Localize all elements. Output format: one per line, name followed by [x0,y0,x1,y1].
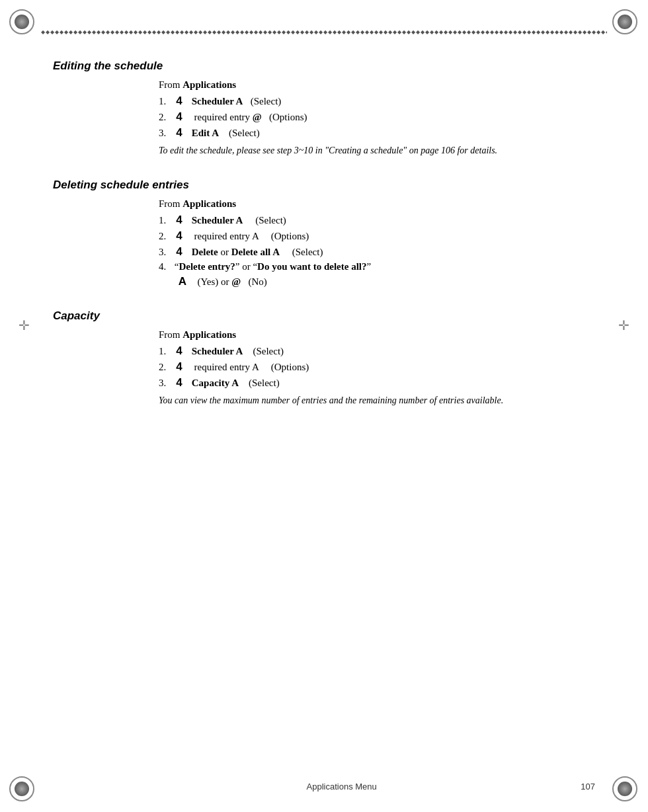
key-icon-deleting-1: 4 [172,214,186,227]
corner-ornament-bl [9,776,36,803]
step-num-deleting-3: 3. [159,247,172,258]
step-text-deleting-3: Delete or Delete all A (Select) [189,247,323,258]
step-text-deleting-2: required entry A (Options) [189,231,309,242]
step-list-editing: 1. 4 Scheduler A (Select) 2. 4 required … [159,95,595,140]
step-editing-1: 1. 4 Scheduler A (Select) [159,95,595,108]
step-num-capacity-1: 1. [159,346,172,357]
step-list-capacity: 1. 4 Scheduler A (Select) 2. 4 required … [159,345,595,389]
step-deleting-2: 2. 4 required entry A (Options) [159,229,595,243]
step-num-editing-2: 2. [159,112,172,123]
corner-ornament-tl [9,9,36,36]
from-line-capacity: From Applications [159,329,595,341]
step-capacity-3: 3. 4 Capacity A (Select) [159,376,595,389]
from-label-deleting: From [159,198,182,209]
step-num-capacity-2: 2. [159,362,172,373]
key-icon-capacity-3: 4 [172,376,186,389]
step-text-capacity-2: required entry A (Options) [189,362,309,373]
key-icon-capacity-1: 4 [172,345,186,358]
step-num-deleting-4: 4. [159,261,172,272]
step-text-deleting-4a: (Yes) or @ (No) [192,276,267,288]
step-text-editing-1: Scheduler A (Select) [189,96,281,107]
crosshair-right-mid: ✛ [618,317,629,333]
section-deleting-schedule: Deleting schedule entries From Applicati… [53,179,595,288]
step-capacity-1: 1. 4 Scheduler A (Select) [159,345,595,358]
section-capacity: Capacity From Applications 1. 4 Schedule… [53,309,595,407]
step-text-editing-2: required entry @ (Options) [189,112,307,123]
step-editing-2: 2. 4 required entry @ (Options) [159,110,595,124]
section-editing-schedule: Editing the schedule From Applications 1… [53,60,595,157]
corner-ornament-tr [612,9,639,36]
key-icon-deleting-3: 4 [172,245,186,259]
key-icon-capacity-2: 4 [172,360,186,374]
step-deleting-3: 3. 4 Delete or Delete all A (Select) [159,245,595,259]
section-title-capacity: Capacity [53,309,595,323]
step-text-capacity-1: Scheduler A (Select) [189,346,284,357]
note-capacity: You can view the maximum number of entri… [159,393,529,407]
step-capacity-2: 2. 4 required entry A (Options) [159,360,595,374]
key-icon-deleting-4a: A [175,275,190,288]
step-editing-3: 3. 4 Edit A (Select) [159,126,595,140]
from-bold-capacity: Applications [182,329,236,340]
step-num-editing-3: 3. [159,128,172,139]
step-num-capacity-3: 3. [159,378,172,389]
key-icon-editing-2: 4 [172,110,186,124]
crosshair-left-mid: ✛ [19,317,30,333]
footer-separator [382,781,576,792]
key-icon-deleting-2: 4 [172,229,186,243]
from-bold-deleting: Applications [182,198,236,209]
step-num-deleting-1: 1. [159,215,172,226]
section-title-editing: Editing the schedule [53,60,595,73]
footer-page: 107 [581,782,595,792]
step-text-deleting-4: “Delete entry?” or “Do you want to delet… [172,261,371,272]
step-deleting-1: 1. 4 Scheduler A (Select) [159,214,595,227]
from-label-capacity: From [159,329,182,340]
step-deleting-4: 4. “Delete entry?” or “Do you want to de… [159,261,595,272]
step-text-editing-3: Edit A (Select) [189,128,260,139]
key-icon-editing-3: 4 [172,126,186,140]
from-line-deleting: From Applications [159,198,595,210]
from-line-editing: From Applications [159,79,595,91]
page-wrapper: ◆◆◆◆◆◆◆◆◆◆◆◆◆◆◆◆◆◆◆◆◆◆◆◆◆◆◆◆◆◆◆◆◆◆◆◆◆◆◆◆… [0,0,648,812]
page-content: Editing the schedule From Applications 1… [53,46,595,759]
step-num-editing-1: 1. [159,96,172,107]
step-deleting-4-sub: A (Yes) or @ (No) [175,275,595,288]
corner-ornament-br [612,776,639,803]
footer: Applications Menu 107 [53,781,595,792]
from-bold-editing: Applications [182,79,236,90]
footer-label: Applications Menu [307,782,377,792]
step-text-capacity-3: Capacity A (Select) [189,378,280,389]
note-editing: To edit the schedule, please see step 3~… [159,143,529,157]
section-title-deleting: Deleting schedule entries [53,179,595,192]
key-icon-editing-1: 4 [172,95,186,108]
step-text-deleting-1: Scheduler A (Select) [189,215,286,226]
from-label-editing: From [159,79,182,90]
step-list-deleting: 1. 4 Scheduler A (Select) 2. 4 required … [159,214,595,259]
dots-line: ◆◆◆◆◆◆◆◆◆◆◆◆◆◆◆◆◆◆◆◆◆◆◆◆◆◆◆◆◆◆◆◆◆◆◆◆◆◆◆◆… [41,29,607,34]
step-num-deleting-2: 2. [159,231,172,242]
